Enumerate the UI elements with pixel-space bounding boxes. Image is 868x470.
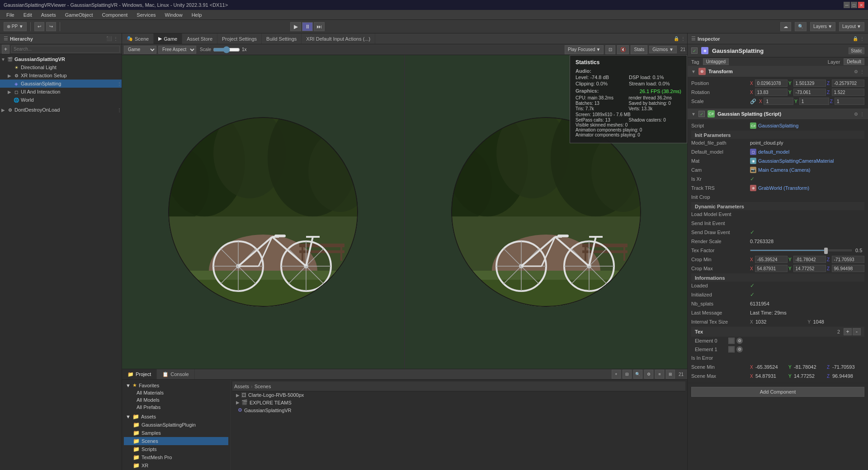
project-search-btn[interactable]: 🔍 [633, 370, 642, 379]
layers-dropdown[interactable]: Layers ▼ [810, 22, 835, 31]
search-button[interactable]: 🔍 [795, 22, 807, 31]
menu-window[interactable]: Window [160, 11, 187, 19]
layout-button[interactable]: Layout ▼ [839, 22, 864, 31]
gs-script-active[interactable]: ✓ [698, 111, 705, 117]
dd-options[interactable]: ⋮ [117, 108, 122, 113]
undo-button[interactable]: ↩ [34, 22, 44, 31]
cam-name[interactable]: Main Camera (Camera) [758, 167, 811, 173]
tab-console[interactable]: 📋 Console [157, 369, 194, 379]
maximize-button[interactable]: □ [851, 2, 857, 8]
project-list-btn[interactable]: ≡ [655, 370, 664, 379]
assets-item[interactable]: ▼ 📁 Assets [124, 413, 228, 421]
menu-component[interactable]: Component [97, 11, 132, 19]
menu-edit[interactable]: Edit [19, 11, 37, 19]
tab-game[interactable]: ▶ Game [154, 33, 182, 44]
tab-scene[interactable]: 🎭 Scene [122, 33, 154, 44]
scale-x-input[interactable]: 1 [764, 98, 793, 105]
tag-dropdown[interactable]: Untagged [703, 58, 729, 65]
mute-audio[interactable]: 🔇 [617, 45, 629, 54]
tex-remove-btn[interactable]: - [853, 328, 861, 335]
gizmos-button[interactable]: Gizmos ▼ [649, 46, 677, 53]
hier-world[interactable]: 🌐 World [0, 96, 122, 104]
transform-more-icon[interactable]: ⋮ [860, 69, 864, 74]
hier-add-button[interactable]: + [2, 45, 9, 54]
maximize-on-play[interactable]: ⊡ [605, 45, 615, 54]
gs-options[interactable]: ⋮ [117, 81, 122, 86]
tab-project-settings[interactable]: Project Settings [217, 33, 262, 44]
project-add-btn[interactable]: + [612, 370, 621, 379]
pos-y-input[interactable]: 1.501329 [793, 80, 826, 87]
pause-button[interactable]: ⏸ [302, 22, 313, 31]
project-settings-btn[interactable]: ⚙ [644, 370, 653, 379]
menu-gameobject[interactable]: GameObject [61, 11, 98, 19]
gs-script-settings-icon[interactable]: ⚙ [854, 112, 858, 117]
tab-build-settings[interactable]: Build Settings [262, 33, 302, 44]
menu-assets[interactable]: Assets [37, 11, 61, 19]
tab-xri[interactable]: XRI Default Input Actions (...) [302, 33, 375, 44]
xr-item[interactable]: 📁 XR [124, 461, 228, 470]
tab-project[interactable]: 📁 Project [122, 369, 157, 379]
play-focused-button[interactable]: Play Focused ▼ [565, 45, 604, 54]
asset-explore-teams[interactable]: ▶ 🎬 EXPLORE TEAMS [232, 399, 685, 406]
tex-elem-0-settings[interactable]: ⚙ [736, 338, 743, 344]
rot-y-input[interactable]: -73.061 [793, 89, 826, 96]
scale-slider[interactable] [213, 47, 240, 53]
default-model-name[interactable]: default_model [758, 149, 789, 155]
inspector-lock[interactable]: 🔒 [853, 36, 858, 41]
cmin-z-input[interactable]: -71.70593 [832, 256, 864, 263]
tex-add-btn[interactable]: + [844, 328, 852, 335]
all-materials-item[interactable]: All Materials [124, 389, 228, 396]
static-button[interactable]: Static [849, 47, 864, 54]
asset-clarte[interactable]: ▶ 🖼 Clarte-Logo-RVB-5000px [232, 391, 685, 399]
hier-directional-light[interactable]: ☀ Directional Light [0, 63, 122, 71]
layer-dropdown[interactable]: Default [844, 58, 864, 65]
tex-factor-slider-thumb[interactable] [824, 248, 828, 254]
tex-elem-1-settings[interactable]: ⚙ [736, 346, 743, 352]
hierarchy-search[interactable] [11, 46, 120, 53]
tab-asset-store[interactable]: Asset Store [182, 33, 217, 44]
step-button[interactable]: ⏭ [314, 22, 325, 31]
rot-x-input[interactable]: 13.83 [755, 89, 788, 96]
rot-z-input[interactable]: 1.522 [832, 89, 864, 96]
textmesh-item[interactable]: 📁 TextMesh Pro [124, 453, 228, 461]
cmax-x-input[interactable]: 54.87931 [755, 265, 788, 272]
breadcrumb-assets[interactable]: Assets [234, 384, 249, 389]
cmax-z-input[interactable]: 96.94498 [832, 265, 864, 272]
close-button[interactable]: ✕ [858, 2, 864, 8]
cmin-y-input[interactable]: -81.78042 [793, 256, 826, 263]
hier-ui-interaction[interactable]: ▶ ◻ UI And Interaction [0, 88, 122, 96]
minimize-button[interactable]: ─ [844, 2, 850, 8]
transform-settings-icon[interactable]: ⚙ [854, 69, 858, 74]
mat-name[interactable]: GaussianSplattingCameraMaterial [758, 158, 834, 164]
pivot-button[interactable]: ⊕ PP ▼ [4, 22, 27, 31]
all-prefabs-item[interactable]: All Prefabs [124, 404, 228, 411]
favorites-item[interactable]: ▼ ★ Favorites [124, 381, 228, 389]
view-options-icon[interactable]: ⋮ [681, 36, 685, 41]
pos-z-input[interactable]: -0.2579702 [832, 80, 864, 87]
hier-xr-setup[interactable]: ▶ ⚙ XR Interaction Setup [0, 71, 122, 80]
scale-y-input[interactable]: 1 [799, 98, 829, 105]
hier-dontdestroy[interactable]: ▶ ⚙ DontDestroyOnLoad ⋮ [0, 106, 122, 114]
scale-z-input[interactable]: 1 [835, 98, 864, 105]
cmin-x-input[interactable]: -65.39524 [755, 256, 788, 263]
add-component-button[interactable]: Add Component [691, 387, 864, 397]
redo-button[interactable]: ↪ [46, 22, 56, 31]
aspect-select[interactable]: Free Aspect [158, 46, 196, 54]
pos-x-input[interactable]: 0.02961078 [755, 80, 788, 87]
menu-help[interactable]: Help [187, 11, 207, 19]
display-select[interactable]: Game Display 1 [124, 46, 156, 54]
transform-header[interactable]: ▼ ⊕ Transform ⚙ ⋮ [688, 66, 868, 77]
script-ref-name[interactable]: GaussianSplatting [758, 123, 798, 128]
menu-file[interactable]: File [2, 11, 19, 19]
gaussian-plugin-item[interactable]: 📁 GaussianSplattingPlugin [124, 421, 228, 429]
play-button[interactable]: ▶ [290, 22, 301, 31]
gs-script-more-icon[interactable]: ⋮ [860, 112, 864, 117]
project-grid-btn[interactable]: ⊞ [666, 370, 675, 379]
project-filter-btn[interactable]: ⊟ [623, 370, 632, 379]
asset-gaussian[interactable]: ⚙ GaussianSplattingVR [232, 406, 685, 414]
hier-scene-root[interactable]: ▼ 🎬 GaussianSplattingVR [0, 55, 122, 63]
scripts-item[interactable]: 📁 Scripts [124, 445, 228, 453]
cloud-button[interactable]: ☁ [780, 22, 791, 31]
inspector-options[interactable]: ⋮ [860, 36, 864, 41]
hier-gaussian-splatting[interactable]: ◈ GaussianSplatting ⋮ [0, 80, 122, 88]
